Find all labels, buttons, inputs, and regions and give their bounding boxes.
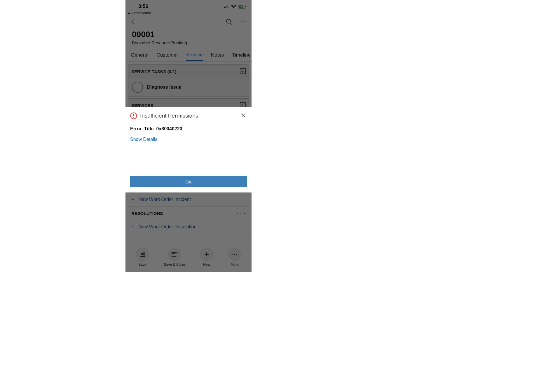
show-details-link[interactable]: Show Details: [130, 137, 247, 142]
add-incident-label: New Work Order Incident: [139, 197, 191, 202]
add-task-icon[interactable]: [240, 68, 246, 75]
section-service-tasks: SERVICE TASKS (0/1) Diagnose Issue: [128, 64, 249, 97]
new-label: New: [203, 262, 210, 267]
more-button[interactable]: More: [228, 248, 241, 267]
tab-customer[interactable]: Customer: [156, 49, 178, 61]
error-icon: [130, 112, 137, 119]
more-icon: [232, 253, 237, 255]
error-dialog: Insufficient Permissions Error_Title_0x8…: [125, 107, 252, 192]
close-button[interactable]: [240, 112, 247, 120]
tab-general[interactable]: General: [131, 49, 148, 61]
page-subtitle: Bookable Resource Booking: [132, 40, 245, 45]
wifi-icon: [231, 5, 236, 8]
task-row[interactable]: Diagnose Issue: [128, 78, 249, 96]
save-close-label: Save & Close: [164, 262, 185, 267]
svg-point-8: [226, 19, 231, 23]
nav-bar: [125, 15, 252, 29]
home-indicator[interactable]: [167, 269, 210, 270]
back-button[interactable]: [131, 19, 135, 25]
svg-rect-3: [228, 5, 229, 8]
status-time: 3:56: [131, 4, 148, 9]
page-title: 00001: [132, 30, 245, 39]
svg-rect-20: [141, 255, 144, 257]
svg-point-25: [232, 254, 233, 255]
phone-screen: 3:56 Authenticator 000: [125, 0, 252, 272]
plus-icon: +: [131, 224, 135, 230]
new-icon: [204, 252, 209, 257]
svg-rect-19: [141, 252, 143, 253]
tabs: General Customer Service Notes Timeline: [125, 49, 252, 62]
svg-line-9: [230, 23, 232, 24]
add-resolution-row[interactable]: + New Work Order Resolution: [128, 220, 249, 234]
add-button[interactable]: [240, 19, 246, 25]
service-tasks-header: SERVICE TASKS (0/1): [131, 69, 176, 74]
tab-timeline[interactable]: Timeline: [232, 49, 251, 61]
resolutions-more-icon[interactable]: · · ·: [237, 211, 246, 216]
save-button[interactable]: Save: [136, 248, 149, 267]
svg-rect-6: [246, 6, 246, 7]
cellular-icon: [224, 5, 229, 8]
save-close-icon: [172, 252, 177, 257]
battery-icon: [238, 5, 246, 8]
svg-point-26: [234, 254, 235, 255]
svg-rect-22: [172, 253, 174, 254]
more-label: More: [231, 262, 238, 267]
save-icon: [140, 252, 145, 257]
svg-rect-2: [227, 5, 228, 8]
error-code: Error_Title_0x80040220: [130, 126, 247, 132]
save-close-button[interactable]: Save & Close: [164, 248, 185, 267]
resolutions-header: RESOLUTIONS: [131, 211, 163, 216]
close-icon: [241, 113, 246, 118]
add-resolution-label: New Work Order Resolution: [139, 224, 197, 230]
svg-point-30: [133, 117, 134, 118]
svg-rect-1: [226, 6, 226, 8]
ok-button[interactable]: OK: [130, 176, 247, 187]
bottom-toolbar: Save Save & Close New More: [125, 246, 252, 267]
status-bar: 3:56: [125, 0, 252, 13]
new-button[interactable]: New: [200, 248, 213, 267]
task-status-icon[interactable]: [132, 82, 143, 93]
tab-notes[interactable]: Notes: [211, 49, 224, 61]
status-indicators: [224, 5, 246, 8]
plus-icon: +: [131, 197, 135, 203]
tab-service[interactable]: Service: [186, 49, 203, 61]
add-incident-row[interactable]: + New Work Order Incident: [128, 193, 249, 206]
svg-rect-0: [224, 7, 225, 8]
task-label: Diagnose Issue: [147, 85, 181, 90]
dialog-title: Insufficient Permissions: [140, 113, 237, 119]
save-label: Save: [138, 262, 146, 267]
svg-point-27: [236, 254, 237, 255]
search-button[interactable]: [226, 19, 232, 25]
svg-point-4: [233, 7, 234, 8]
